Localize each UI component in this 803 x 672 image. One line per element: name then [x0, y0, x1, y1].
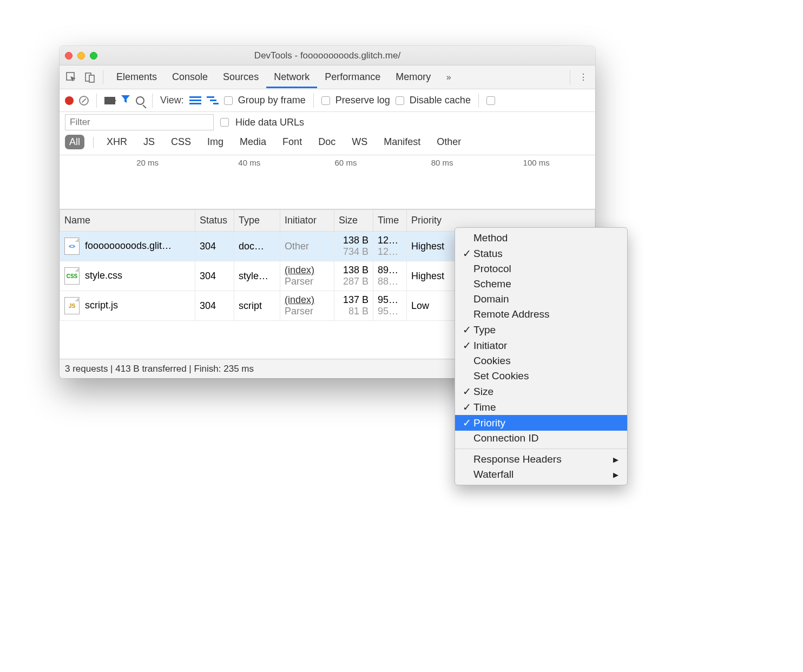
- separator: [96, 94, 97, 108]
- type-filter-doc[interactable]: Doc: [314, 135, 340, 149]
- ctx-item-size[interactable]: ✓Size: [455, 384, 627, 399]
- screenshot-capture-icon[interactable]: [104, 97, 115, 104]
- ctx-item-status[interactable]: ✓Status: [455, 246, 627, 261]
- column-header-name[interactable]: Name: [60, 210, 195, 232]
- type-filter-xhr[interactable]: XHR: [102, 135, 131, 149]
- window-title: DevTools - fooooooooods.glitch.me/: [60, 50, 595, 61]
- separator: [152, 94, 153, 108]
- type-filter-font[interactable]: Font: [278, 135, 306, 149]
- filter-toggle-icon[interactable]: [121, 94, 130, 107]
- column-header-type[interactable]: Type: [234, 210, 280, 232]
- submenu-arrow-icon: ▶: [613, 471, 618, 479]
- offline-checkbox[interactable]: [486, 96, 495, 105]
- ctx-item-set-cookies[interactable]: Set Cookies: [455, 368, 627, 384]
- type-filter-other[interactable]: Other: [432, 135, 465, 149]
- type-filter-media[interactable]: Media: [235, 135, 271, 149]
- group-by-frame-checkbox[interactable]: [224, 96, 233, 105]
- tabs-overflow-button[interactable]: »: [442, 73, 456, 82]
- large-rows-view-button[interactable]: [189, 96, 201, 105]
- ctx-item-label: Time: [473, 401, 496, 413]
- disable-cache-checkbox[interactable]: [396, 96, 404, 105]
- type-filter-ws[interactable]: WS: [347, 135, 372, 149]
- hide-data-urls-checkbox[interactable]: [220, 118, 229, 127]
- request-name: script.js: [85, 300, 118, 311]
- ctx-item-protocol[interactable]: Protocol: [455, 261, 627, 276]
- ctx-item-label: Method: [473, 232, 508, 244]
- check-icon: ✓: [460, 247, 473, 260]
- ctx-item-domain[interactable]: Domain: [455, 292, 627, 307]
- column-header-time[interactable]: Time: [373, 210, 407, 232]
- cell-size: 138 B734 B: [334, 232, 373, 261]
- check-icon: ✓: [460, 339, 473, 352]
- type-filter-list: AllXHRJSCSSImgMediaFontDocWSManifestOthe…: [65, 135, 590, 149]
- check-icon: ✓: [460, 324, 473, 336]
- column-header-initiator[interactable]: Initiator: [280, 210, 334, 232]
- cell-status: 304: [195, 261, 234, 291]
- cell-time: 95…95…: [373, 291, 407, 321]
- group-by-frame-label: Group by frame: [238, 95, 306, 106]
- tab-memory[interactable]: Memory: [388, 67, 438, 88]
- request-name: fooooooooods.glit…: [85, 240, 172, 251]
- type-filter-js[interactable]: JS: [139, 135, 159, 149]
- preserve-log-label: Preserve log: [335, 95, 390, 106]
- ctx-item-label: Set Cookies: [473, 370, 529, 382]
- column-header-status[interactable]: Status: [195, 210, 234, 232]
- cell-initiator: Other: [280, 232, 334, 261]
- ctx-item-cookies[interactable]: Cookies: [455, 353, 627, 368]
- filter-input[interactable]: [65, 114, 214, 130]
- timeline-tick: 40 ms: [238, 158, 263, 167]
- view-label: View:: [160, 95, 184, 106]
- device-toolbar-icon[interactable]: [82, 70, 97, 85]
- ctx-item-label: Status: [473, 248, 503, 260]
- cell-initiator: (index)Parser: [280, 261, 334, 291]
- ctx-item-label: Type: [473, 324, 496, 336]
- record-button[interactable]: [65, 96, 74, 105]
- tab-performance[interactable]: Performance: [317, 67, 388, 88]
- ctx-item-type[interactable]: ✓Type: [455, 322, 627, 338]
- kebab-menu-icon[interactable]: ⋮: [576, 70, 591, 85]
- tab-sources[interactable]: Sources: [215, 67, 266, 88]
- tab-elements[interactable]: Elements: [109, 67, 164, 88]
- tab-network[interactable]: Network: [266, 67, 317, 88]
- search-icon[interactable]: [136, 96, 144, 105]
- request-name: style.css: [85, 270, 122, 281]
- ctx-item-priority[interactable]: ✓Priority: [455, 415, 627, 431]
- type-filter-css[interactable]: CSS: [167, 135, 195, 149]
- titlebar: DevTools - fooooooooods.glitch.me/: [60, 46, 595, 65]
- column-header-size[interactable]: Size: [334, 210, 373, 232]
- ctx-item-label: Size: [473, 386, 493, 398]
- file-icon: JS: [64, 297, 80, 314]
- cell-status: 304: [195, 291, 234, 321]
- type-filter-img[interactable]: Img: [203, 135, 228, 149]
- cell-type: script: [234, 291, 280, 321]
- ctx-item-initiator[interactable]: ✓Initiator: [455, 338, 627, 353]
- menu-separator: [455, 449, 627, 449]
- inspect-element-icon[interactable]: [64, 70, 79, 85]
- ctx-item-time[interactable]: ✓Time: [455, 399, 627, 415]
- cell-type: style…: [234, 261, 280, 291]
- ctx-item-connection-id[interactable]: Connection ID: [455, 431, 627, 446]
- ctx-item-scheme[interactable]: Scheme: [455, 276, 627, 292]
- ctx-item-label: Priority: [473, 417, 505, 429]
- svg-rect-2: [89, 75, 94, 82]
- ctx-item-label: Connection ID: [473, 432, 538, 444]
- type-filter-all[interactable]: All: [65, 135, 84, 149]
- timeline-tick: 60 ms: [335, 158, 360, 167]
- ctx-item-waterfall[interactable]: Waterfall▶: [455, 467, 627, 482]
- preserve-log-checkbox[interactable]: [321, 96, 330, 105]
- cell-type: doc…: [234, 232, 280, 261]
- separator: [570, 70, 570, 84]
- separator: [313, 94, 314, 108]
- timeline-tick: 20 ms: [136, 158, 161, 167]
- ctx-item-label: Cookies: [473, 355, 511, 367]
- ctx-item-response-headers[interactable]: Response Headers▶: [455, 452, 627, 467]
- clear-button[interactable]: [79, 96, 89, 106]
- ctx-item-method[interactable]: Method: [455, 230, 627, 246]
- tab-console[interactable]: Console: [164, 67, 215, 88]
- overview-timeline[interactable]: 20 ms40 ms60 ms80 ms100 ms: [60, 155, 595, 209]
- waterfall-view-button[interactable]: [207, 96, 219, 105]
- cell-time: 12…12…: [373, 232, 407, 261]
- type-filter-manifest[interactable]: Manifest: [379, 135, 425, 149]
- timeline-tick: 80 ms: [431, 158, 456, 167]
- ctx-item-remote-address[interactable]: Remote Address: [455, 307, 627, 322]
